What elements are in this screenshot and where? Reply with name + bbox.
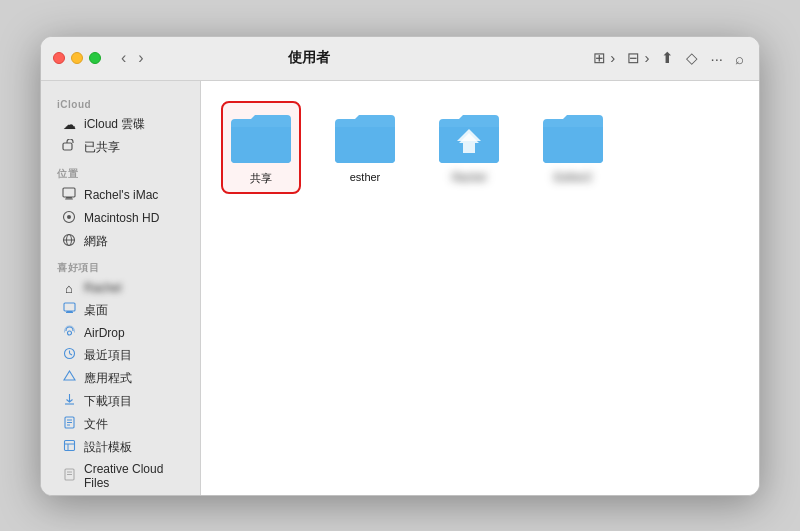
sidebar-item-rachels-imac[interactable]: Rachel's iMac <box>45 184 196 207</box>
svg-rect-11 <box>66 312 73 313</box>
documents-icon <box>61 416 77 432</box>
svg-point-12 <box>67 331 71 335</box>
svg-rect-2 <box>66 197 72 199</box>
folders-grid: 共享 esther <box>221 101 739 194</box>
folder-unknown-icon <box>541 109 605 165</box>
titlebar: ‹ › 使用者 ⊞ › ⊟ › ⬆ ◇ ··· ⌕ <box>41 37 759 81</box>
traffic-lights <box>53 52 101 64</box>
more-button[interactable]: ··· <box>707 47 726 70</box>
sidebar-item-airdrop[interactable]: AirDrop <box>45 322 196 344</box>
sidebar-item-templates[interactable]: 設計模板 <box>45 436 196 459</box>
documents-label: 文件 <box>84 416 108 433</box>
folder-shared-label: 共享 <box>250 171 272 186</box>
svg-rect-10 <box>66 311 72 312</box>
close-button[interactable] <box>53 52 65 64</box>
downloads-icon <box>61 393 77 409</box>
macintosh-hd-icon <box>61 210 77 227</box>
toolbar-right: ⊞ › ⊟ › ⬆ ◇ ··· ⌕ <box>590 46 747 70</box>
svg-rect-0 <box>63 143 72 150</box>
applications-icon <box>61 370 77 386</box>
creative-cloud-label: Creative Cloud Files <box>84 462 180 490</box>
back-button[interactable]: ‹ <box>117 48 130 68</box>
home-label: Rachel <box>84 281 121 295</box>
creative-cloud-icon <box>61 468 77 484</box>
folder-esther[interactable]: esther <box>325 101 405 194</box>
svg-rect-23 <box>64 441 74 451</box>
svg-rect-3 <box>65 198 73 199</box>
macintosh-hd-label: Macintosh HD <box>84 211 159 225</box>
svg-marker-16 <box>64 371 75 380</box>
icloud-drive-icon: ☁ <box>61 117 77 132</box>
home-icon: ⌂ <box>61 281 77 296</box>
view-list-button[interactable]: ⊟ › <box>624 46 652 70</box>
folder-unknown[interactable]: Esther2 <box>533 101 613 194</box>
icloud-section-label: iCloud <box>41 91 200 113</box>
sidebar-item-shared[interactable]: 已共享 <box>45 136 196 159</box>
svg-line-15 <box>69 354 72 356</box>
recents-icon <box>61 347 77 363</box>
forward-button[interactable]: › <box>134 48 147 68</box>
sidebar-item-creative-cloud[interactable]: Creative Cloud Files <box>45 459 196 493</box>
nav-buttons: ‹ › <box>117 48 148 68</box>
folder-unknown-label: Esther2 <box>554 171 592 183</box>
location-section-label: 位置 <box>41 159 200 184</box>
network-icon <box>61 233 77 250</box>
sidebar-item-home[interactable]: ⌂ Rachel <box>45 278 196 299</box>
finder-window: ‹ › 使用者 ⊞ › ⊟ › ⬆ ◇ ··· ⌕ iCloud ☁ iClou… <box>40 36 760 496</box>
share-button[interactable]: ⬆ <box>658 46 677 70</box>
folder-esther-label: esther <box>350 171 381 183</box>
folder-home[interactable]: Rachel <box>429 101 509 194</box>
airdrop-icon <box>61 325 77 341</box>
sidebar-item-downloads[interactable]: 下載項目 <box>45 390 196 413</box>
svg-rect-9 <box>64 303 75 311</box>
imac-icon <box>61 187 77 204</box>
maximize-button[interactable] <box>89 52 101 64</box>
view-icon-button[interactable]: ⊞ › <box>590 46 618 70</box>
sidebar-item-icloud-drive[interactable]: ☁ iCloud 雲碟 <box>45 113 196 136</box>
content-area: 共享 esther <box>201 81 759 495</box>
templates-icon <box>61 439 77 455</box>
svg-point-5 <box>67 215 71 219</box>
search-button[interactable]: ⌕ <box>732 47 747 70</box>
minimize-button[interactable] <box>71 52 83 64</box>
folder-home-label: Rachel <box>452 171 486 183</box>
window-title: 使用者 <box>156 49 462 67</box>
downloads-label: 下載項目 <box>84 393 132 410</box>
folder-shared-icon <box>229 109 293 165</box>
sidebar-item-applications[interactable]: 應用程式 <box>45 367 196 390</box>
desktop-icon <box>61 302 77 318</box>
folder-esther-icon <box>333 109 397 165</box>
recents-label: 最近項目 <box>84 347 132 364</box>
airdrop-label: AirDrop <box>84 326 125 340</box>
sidebar: iCloud ☁ iCloud 雲碟 已共享 位置 Rache <box>41 81 201 495</box>
favorites-section-label: 喜好項目 <box>41 253 200 278</box>
icloud-drive-label: iCloud 雲碟 <box>84 116 145 133</box>
shared-icon <box>61 139 77 156</box>
sidebar-item-recents[interactable]: 最近項目 <box>45 344 196 367</box>
sidebar-item-network[interactable]: 網路 <box>45 230 196 253</box>
sidebar-item-documents[interactable]: 文件 <box>45 413 196 436</box>
svg-rect-1 <box>63 188 75 197</box>
network-label: 網路 <box>84 233 108 250</box>
shared-label: 已共享 <box>84 139 120 156</box>
main-area: iCloud ☁ iCloud 雲碟 已共享 位置 Rache <box>41 81 759 495</box>
desktop-label: 桌面 <box>84 302 108 319</box>
sidebar-item-macintosh-hd[interactable]: Macintosh HD <box>45 207 196 230</box>
applications-label: 應用程式 <box>84 370 132 387</box>
folder-home-icon <box>437 109 501 165</box>
templates-label: 設計模板 <box>84 439 132 456</box>
tag-button[interactable]: ◇ <box>683 46 701 70</box>
sidebar-item-desktop[interactable]: 桌面 <box>45 299 196 322</box>
folder-shared[interactable]: 共享 <box>221 101 301 194</box>
rachels-imac-label: Rachel's iMac <box>84 188 158 202</box>
